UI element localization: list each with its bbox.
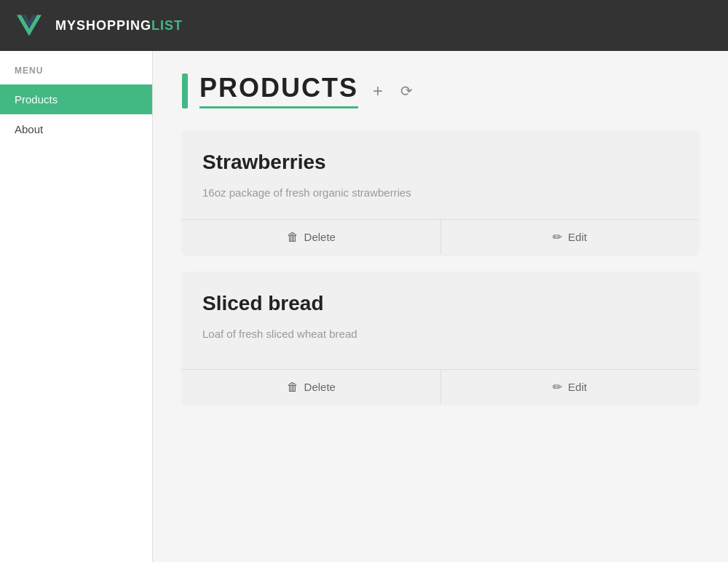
product-card: Sliced bread Loaf of fresh sliced wheat … xyxy=(182,272,699,404)
title-my: MY xyxy=(55,18,76,33)
page-header: PRODUCTS + ⟳ xyxy=(182,73,699,108)
product-card-body: Strawberries 16oz package of fresh organ… xyxy=(182,130,699,219)
delete-product-button[interactable]: 🗑 Delete xyxy=(182,220,441,254)
sidebar-item-about[interactable]: About xyxy=(0,114,152,144)
product-description: Loaf of fresh sliced wheat bread xyxy=(202,325,678,343)
app-logo xyxy=(15,11,44,40)
title-shopping: SHOPPING xyxy=(76,18,151,33)
main-content: PRODUCTS + ⟳ Strawberries 16oz package o… xyxy=(153,51,728,562)
trash-icon: 🗑 xyxy=(287,231,298,244)
delete-product-button[interactable]: 🗑 Delete xyxy=(182,370,441,404)
refresh-icon: ⟳ xyxy=(400,82,413,100)
edit-product-button[interactable]: ✏ Edit xyxy=(441,370,700,404)
product-card: Strawberries 16oz package of fresh organ… xyxy=(182,130,699,254)
edit-icon: ✏ xyxy=(553,380,562,394)
add-product-button[interactable]: + xyxy=(370,78,386,104)
sidebar: MENU Products About xyxy=(0,51,153,562)
title-list: LIST xyxy=(151,18,183,33)
refresh-button[interactable]: ⟳ xyxy=(397,79,416,103)
product-card-actions: 🗑 Delete ✏ Edit xyxy=(182,369,699,404)
trash-icon: 🗑 xyxy=(287,381,298,394)
edit-icon: ✏ xyxy=(553,230,562,244)
product-card-actions: 🗑 Delete ✏ Edit xyxy=(182,219,699,254)
app-header: MYSHOPPINGLIST xyxy=(0,0,728,51)
product-description: 16oz package of fresh organic strawberri… xyxy=(202,184,678,202)
add-icon: + xyxy=(373,81,383,101)
product-name: Sliced bread xyxy=(202,292,678,315)
edit-product-button[interactable]: ✏ Edit xyxy=(441,220,700,254)
product-card-body: Sliced bread Loaf of fresh sliced wheat … xyxy=(182,272,699,369)
page-title: PRODUCTS xyxy=(199,73,358,108)
main-layout: MENU Products About PRODUCTS + ⟳ Strawbe… xyxy=(0,51,728,562)
app-title: MYSHOPPINGLIST xyxy=(55,18,183,33)
page-title-accent xyxy=(182,74,188,108)
sidebar-item-products[interactable]: Products xyxy=(0,84,152,114)
page-title-bar: PRODUCTS xyxy=(182,73,358,108)
product-name: Strawberries xyxy=(202,151,678,174)
sidebar-menu-label: MENU xyxy=(0,66,152,84)
